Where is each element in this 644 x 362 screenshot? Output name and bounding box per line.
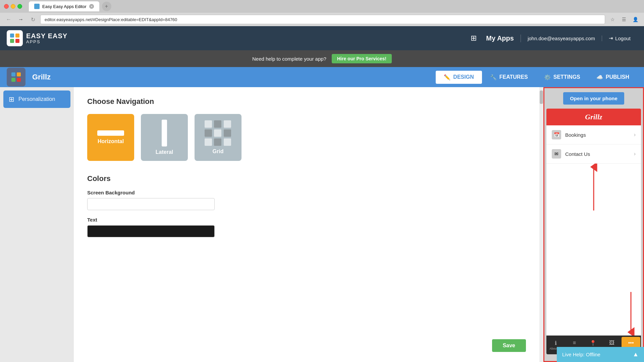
address-text: editor.easyeasyapps.net/#DesignPlace:edi…	[45, 17, 177, 22]
header-nav: ⊞ My Apps john.doe@easyeasyapps.com ⇥ Lo…	[471, 34, 637, 43]
tab-title: Easy Easy Apps Editor	[42, 4, 87, 9]
tab-close-button[interactable]: ✕	[89, 4, 94, 9]
grid-cell	[205, 138, 212, 146]
screen-bg-label: Screen Background	[87, 190, 526, 195]
content-area: Choose Navigation Horizontal Lateral	[74, 87, 539, 362]
features-icon: 🔧	[490, 74, 497, 80]
design-label: DESIGN	[453, 74, 474, 80]
live-help-text: Live Help: Offline	[562, 352, 600, 357]
browser-toolbar: ← → ↻ editor.easyeasyapps.net/#DesignPla…	[0, 13, 644, 26]
save-button[interactable]: Save	[492, 339, 526, 352]
back-button[interactable]: ←	[4, 15, 13, 24]
logo-brand: EASY EASY	[26, 33, 67, 39]
grid-cell	[214, 138, 221, 146]
grid-preview	[205, 120, 231, 146]
minimize-window-button[interactable]	[11, 4, 15, 9]
svg-rect-7	[17, 78, 21, 82]
address-bar[interactable]: editor.easyeasyapps.net/#DesignPlace:edi…	[40, 15, 605, 24]
pro-services-button[interactable]: Hire our Pro Services!	[332, 54, 392, 63]
app-toolbar: Grillz ✏️ DESIGN 🔧 FEATURES ⚙️ SETTINGS …	[0, 67, 644, 87]
logout-button[interactable]: ⇥ Logout	[602, 35, 637, 41]
live-help-close-button[interactable]: ▲	[633, 351, 639, 358]
horizontal-label: Horizontal	[98, 138, 124, 144]
contact-label: Contact Us	[565, 151, 634, 157]
svg-rect-5	[17, 72, 21, 76]
tab-favicon	[34, 4, 40, 9]
features-label: FEATURES	[499, 74, 528, 80]
maximize-window-button[interactable]	[17, 4, 22, 9]
user-profile-icon[interactable]: 👤	[631, 15, 640, 24]
svg-rect-0	[10, 34, 14, 38]
contact-icon: ✉	[552, 149, 561, 159]
phone-app-name: Grillz	[550, 113, 637, 121]
aboutus-icon: ℹ	[555, 340, 557, 346]
phone-preview: Open in your phone Grillz 📅 Bookings › ✉…	[543, 87, 644, 362]
pro-banner-text: Need help to complete your app?	[252, 56, 326, 62]
browser-menu-icon[interactable]: ☰	[619, 15, 629, 24]
location-icon: 📍	[590, 340, 596, 346]
bookings-icon: 📅	[552, 130, 561, 139]
phone-screen: Grillz 📅 Bookings › ✉ Contact Us ›	[546, 109, 641, 354]
svg-rect-1	[15, 34, 19, 38]
phone-menu-contact[interactable]: ✉ Contact Us ›	[546, 144, 641, 164]
browser-tab[interactable]: Easy Easy Apps Editor ✕	[29, 1, 99, 11]
browser-titlebar: Easy Easy Apps Editor ✕ +	[0, 0, 644, 13]
logout-icon: ⇥	[609, 35, 613, 41]
publish-label: PUBLISH	[606, 74, 629, 80]
svg-rect-4	[11, 72, 15, 76]
tab-publish[interactable]: ☁️ PUBLISH	[588, 71, 637, 84]
bookings-label: Bookings	[565, 132, 634, 138]
logout-label: Logout	[615, 36, 631, 41]
logo-text: EASY EASY APPS	[26, 33, 67, 44]
live-help-bar[interactable]: Live Help: Offline ▲	[557, 347, 644, 362]
app-header: EASY EASY APPS ⊞ My Apps john.doe@easyea…	[0, 26, 644, 50]
grid-label: Grid	[213, 148, 224, 155]
app-logo: EASY EASY APPS	[7, 30, 67, 46]
refresh-button[interactable]: ↻	[28, 15, 38, 24]
text-color-input[interactable]	[87, 225, 215, 237]
tab-design[interactable]: ✏️ DESIGN	[436, 71, 482, 84]
my-apps-button[interactable]: My Apps	[479, 35, 521, 42]
nav-option-lateral[interactable]: Lateral	[141, 114, 188, 161]
apps-grid-icon[interactable]: ⊞	[471, 34, 477, 43]
screen-bg-input[interactable]	[87, 198, 215, 210]
grid-cell	[224, 120, 231, 128]
phone-menu-bookings[interactable]: 📅 Bookings ›	[546, 125, 641, 144]
app-name-button[interactable]: Grillz	[32, 73, 51, 81]
open-in-phone-button[interactable]: Open in your phone	[563, 92, 624, 105]
bookmark-star-icon[interactable]: ☆	[608, 15, 617, 24]
svg-rect-2	[10, 39, 14, 43]
nav-option-grid[interactable]: Grid	[195, 114, 241, 161]
grid-cell	[224, 138, 231, 146]
browser-toolbar-icons: ☆ ☰ 👤	[608, 15, 640, 24]
sidebar-item-personalization[interactable]: ⊞ Personalization	[3, 90, 70, 108]
grid-cell	[214, 129, 221, 137]
nav-section-title: Choose Navigation	[87, 97, 526, 106]
screen-bg-field: Screen Background	[87, 190, 526, 210]
new-tab-button[interactable]: +	[102, 2, 111, 11]
user-email: john.doe@easyeasyapps.com	[521, 36, 602, 41]
forward-button[interactable]: →	[16, 15, 25, 24]
scrollbar-thumb[interactable]	[540, 90, 543, 104]
content-scrollbar[interactable]	[539, 87, 543, 362]
svg-rect-3	[15, 39, 19, 43]
logo-sub: APPS	[26, 39, 67, 44]
design-icon: ✏️	[444, 74, 450, 80]
bookings-arrow-icon: ›	[634, 132, 636, 138]
close-window-button[interactable]	[4, 4, 9, 9]
contact-arrow-icon: ›	[634, 151, 636, 157]
nav-option-horizontal[interactable]: Horizontal	[87, 114, 134, 161]
sidebar: ⊞ Personalization	[0, 87, 74, 362]
personalization-icon: ⊞	[9, 95, 14, 103]
menu-icon: ≡	[573, 340, 576, 346]
more-icon: •••	[628, 340, 634, 346]
grid-cell	[214, 120, 221, 128]
colors-section: Colors Screen Background Text	[87, 174, 526, 237]
personalization-label: Personalization	[18, 96, 55, 102]
logo-icon	[7, 30, 23, 46]
tab-settings[interactable]: ⚙️ SETTINGS	[536, 71, 588, 84]
tab-features[interactable]: 🔧 FEATURES	[482, 71, 536, 84]
horizontal-preview-bar	[97, 130, 124, 136]
publish-icon: ☁️	[596, 74, 603, 80]
grid-cell	[205, 129, 212, 137]
